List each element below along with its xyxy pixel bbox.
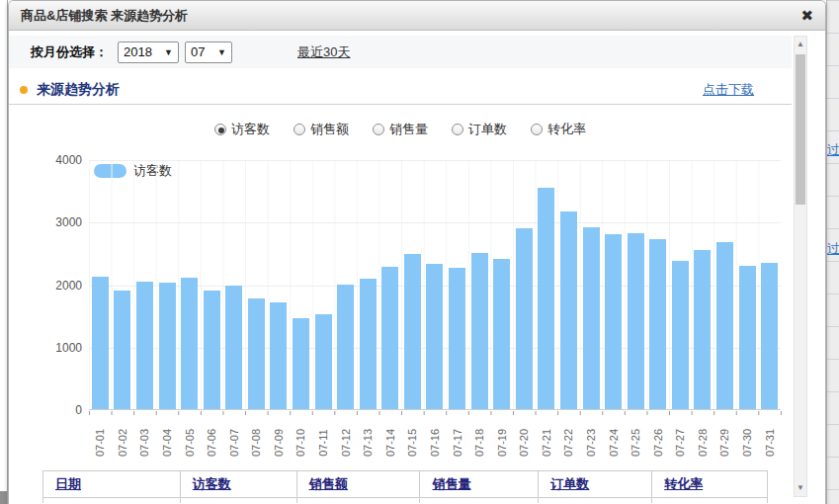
- bar-07-28[interactable]: [694, 250, 711, 409]
- bar-cell: [536, 160, 558, 409]
- y-axis-label: 1000: [35, 340, 82, 356]
- x-axis-ticks: [89, 411, 782, 415]
- background-link-fragment: 过: [827, 141, 839, 159]
- x-axis-label: 07-07: [228, 429, 240, 457]
- bar-07-30[interactable]: [739, 266, 756, 410]
- bar-07-25[interactable]: [628, 233, 644, 409]
- bar-07-12[interactable]: [337, 285, 354, 409]
- x-axis-label-cell: 07-29: [713, 417, 736, 468]
- table-header-link-销售额[interactable]: 销售额: [309, 475, 348, 493]
- bar-07-14[interactable]: [381, 267, 398, 409]
- x-axis-label-cell: 07-03: [133, 417, 156, 468]
- x-axis-label-cell: 07-07: [222, 417, 245, 468]
- bar-07-16[interactable]: [426, 264, 443, 409]
- bar-cell: [89, 160, 112, 409]
- table-header-link-销售量[interactable]: 销售量: [432, 475, 470, 493]
- bar-07-17[interactable]: [449, 268, 465, 409]
- year-select[interactable]: 2018 ▼: [118, 42, 179, 63]
- background-page-strip: 过过: [826, 0, 839, 504]
- bar-07-10[interactable]: [293, 318, 309, 409]
- bar-07-11[interactable]: [315, 314, 332, 410]
- x-axis-label: 07-15: [406, 429, 418, 457]
- radio-option-转化率[interactable]: 转化率: [531, 121, 586, 138]
- x-axis-label: 07-22: [562, 429, 574, 457]
- dialog-body: 按月份选择： 2018 ▼ 07 ▼ 最近30天 来源趋势分析 点击下载 访客数…: [9, 31, 825, 503]
- bar-07-23[interactable]: [583, 227, 600, 409]
- radio-option-label: 销售额: [310, 121, 349, 138]
- bar-07-21[interactable]: [538, 188, 554, 410]
- x-axis-label-cell: 07-01: [89, 417, 112, 468]
- radio-option-访客数[interactable]: 访客数: [214, 121, 270, 138]
- close-icon[interactable]: ✖: [800, 8, 813, 23]
- table-cell-empty: [652, 498, 768, 503]
- month-select-value: 07: [191, 44, 205, 59]
- bar-cell: [401, 160, 424, 409]
- month-select[interactable]: 07 ▼: [185, 42, 232, 63]
- bar-cell: [133, 160, 156, 409]
- table-header-link-订单数[interactable]: 订单数: [550, 475, 589, 493]
- table-header-cell: 转化率: [652, 471, 768, 497]
- x-axis-label: 07-30: [741, 429, 753, 457]
- bar-07-26[interactable]: [649, 239, 666, 409]
- bar-07-29[interactable]: [716, 242, 733, 410]
- year-select-value: 2018: [124, 44, 152, 59]
- download-link[interactable]: 点击下载: [703, 81, 754, 99]
- bar-cell: [424, 160, 447, 409]
- bar-07-19[interactable]: [493, 259, 510, 409]
- bar-07-09[interactable]: [270, 302, 287, 409]
- scroll-down-icon[interactable]: ▼: [795, 483, 806, 493]
- table-header-cell: 日期: [43, 471, 181, 497]
- bar-07-22[interactable]: [560, 211, 577, 409]
- detail-table: 日期访客数销售额销售量订单数转化率: [42, 470, 768, 503]
- x-axis-label-cell: 07-06: [201, 417, 223, 468]
- bar-cell: [268, 160, 291, 409]
- bar-07-08[interactable]: [248, 298, 265, 409]
- x-axis-label: 07-13: [362, 429, 374, 457]
- radio-option-销售额[interactable]: 销售额: [294, 121, 349, 138]
- table-header-link-转化率[interactable]: 转化率: [664, 475, 703, 493]
- x-axis-label-cell: 07-24: [602, 417, 625, 468]
- bar-cell: [178, 160, 201, 409]
- x-axis-label-cell: 07-08: [245, 417, 268, 468]
- table-header-link-访客数[interactable]: 访客数: [193, 475, 231, 493]
- bar-07-05[interactable]: [181, 278, 198, 409]
- bar-07-15[interactable]: [404, 254, 421, 409]
- table-header-link-日期[interactable]: 日期: [55, 475, 81, 493]
- x-axis-label: 07-31: [764, 429, 776, 457]
- x-axis-label: 07-10: [294, 429, 306, 457]
- bar-07-04[interactable]: [159, 283, 176, 409]
- bar-series: [89, 160, 781, 409]
- orange-ring-icon: [20, 86, 28, 94]
- bar-07-06[interactable]: [204, 291, 220, 409]
- recent-30-days-link[interactable]: 最近30天: [297, 43, 350, 61]
- bar-07-31[interactable]: [761, 263, 778, 409]
- x-axis-label: 07-24: [608, 429, 620, 457]
- y-axis-label: 4000: [35, 152, 82, 168]
- table-cell-empty: [420, 498, 539, 503]
- bar-07-02[interactable]: [114, 291, 130, 409]
- bar-07-01[interactable]: [92, 277, 109, 409]
- section-header: 来源趋势分析 点击下载: [9, 77, 792, 103]
- radio-option-订单数[interactable]: 订单数: [452, 121, 507, 138]
- bar-07-24[interactable]: [605, 234, 622, 409]
- month-filter-row: 按月份选择： 2018 ▼ 07 ▼ 最近30天: [9, 36, 792, 68]
- radio-option-label: 销售量: [389, 121, 428, 138]
- bar-cell: [446, 160, 468, 409]
- radio-option-label: 订单数: [468, 121, 507, 138]
- scroll-up-icon[interactable]: ▲: [795, 40, 806, 49]
- bar-07-07[interactable]: [225, 286, 242, 409]
- bar-07-03[interactable]: [136, 282, 153, 409]
- bar-07-18[interactable]: [471, 253, 488, 409]
- radio-option-销售量[interactable]: 销售量: [373, 121, 428, 138]
- bar-cell: [692, 160, 714, 409]
- table-header-cell: 销售量: [420, 471, 539, 497]
- x-axis-label-cell: 07-25: [625, 417, 647, 468]
- x-axis-label-cell: 07-28: [692, 417, 714, 468]
- vertical-scrollbar[interactable]: ▲ ▼: [794, 36, 807, 497]
- x-axis-label: 07-27: [674, 429, 686, 457]
- bar-07-27[interactable]: [672, 261, 689, 409]
- scrollbar-thumb[interactable]: [796, 54, 805, 205]
- bar-07-13[interactable]: [360, 279, 377, 409]
- bar-cell: [602, 160, 625, 409]
- bar-07-20[interactable]: [516, 228, 533, 409]
